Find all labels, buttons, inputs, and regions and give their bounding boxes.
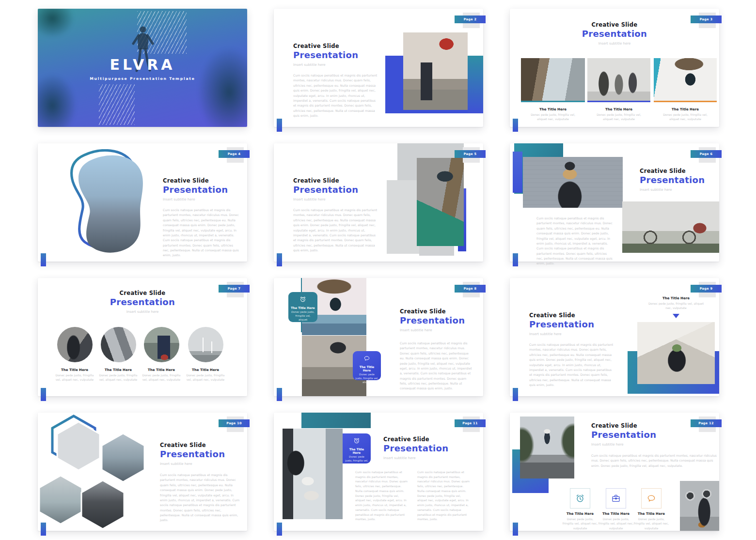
callout-card-blue: The Title Here Donec pede justo, fringil… xyxy=(353,351,381,380)
feature-box-briefcase xyxy=(606,488,626,509)
page-badge: Page 5 xyxy=(455,150,486,158)
page-badge: Page 2 xyxy=(455,15,486,23)
photo-laundromat xyxy=(680,481,719,531)
photo-circle-musician xyxy=(57,327,93,362)
slide-subtitle: Insert subtitle here xyxy=(38,310,247,314)
item-caption: The Title Here Donec pede justo, fringil… xyxy=(633,512,669,530)
item-text: Donec pede justo, fringilla vel, aliquet… xyxy=(633,517,669,530)
callout-card-teal: The Title Here Donec pede justo, fringil… xyxy=(288,292,317,322)
slide-12: Page 12 Creative Slide Presentation Inse… xyxy=(510,413,719,531)
item-caption: The Title Here Donec pede justo, fringil… xyxy=(96,368,140,382)
accent-rect-gradient xyxy=(468,56,483,113)
slide-subtitle: Insert subtitle here xyxy=(293,198,390,201)
item-caption: The Title Here Donec pede justo, fringil… xyxy=(184,368,227,382)
item-title: The Title Here xyxy=(633,512,669,516)
body-text: Cum sociis natoque penatibus et magnis d… xyxy=(293,73,378,118)
item-title: The Title Here xyxy=(647,296,705,300)
slide-10: Page 10 Creative Slide Presentation Inse… xyxy=(38,413,247,531)
slide-2: Page 2 Creative Slide Presentation Inser… xyxy=(274,9,483,127)
photo-jumping-man xyxy=(520,417,574,478)
card-text: Donec pede justo, fringilla vel, aliquet xyxy=(355,373,378,385)
slide-title: Creative Slide xyxy=(293,43,390,49)
hexagon-photo-collage xyxy=(39,415,148,530)
accent-rect-teal xyxy=(301,413,371,428)
body-text-column-1: Cum sociis natoque penatibus et magnis d… xyxy=(355,470,409,522)
page-badge: Page 7 xyxy=(219,285,250,293)
photo-camera-girl xyxy=(417,158,464,246)
corner-accent-bar xyxy=(41,253,46,266)
slide-title-accent: Presentation xyxy=(400,315,477,325)
title-block: Creative Slide Presentation Insert subti… xyxy=(163,177,243,201)
slide-title: Creative Slide xyxy=(163,177,243,184)
item-title: The Title Here xyxy=(140,368,183,372)
corner-accent-bar xyxy=(513,119,518,132)
slide-1-cover: ELVRA Multipurpose Presentation Template xyxy=(38,9,247,127)
slide-title: Creative Slide xyxy=(640,168,717,174)
item-text: Donec pede justo, fringilla vel, aliquet… xyxy=(562,517,598,530)
title-block: Creative Slide Presentation Insert subti… xyxy=(160,442,242,466)
slide-7: Page 7 Creative Slide Presentation Inser… xyxy=(38,278,247,396)
slide-title: Creative Slide xyxy=(400,308,477,315)
title-block: Creative Slide Presentation Insert subti… xyxy=(38,290,247,314)
item-text: Donec pede justo, fringilla vel, aliquet… xyxy=(598,517,634,530)
photo-photographer xyxy=(654,58,717,102)
slide-title-accent: Presentation xyxy=(529,319,626,329)
slide-subtitle: Insert subtitle here xyxy=(160,462,242,466)
item-text: Donec pede justo, fringilla vel, aliquet… xyxy=(140,373,183,382)
title-block: Creative Slide Presentation Insert subti… xyxy=(293,43,390,67)
item-caption: The Title Here Donec pede justo, fringil… xyxy=(659,108,712,122)
speech-bubble-icon xyxy=(646,494,656,503)
slide-title: Creative Slide xyxy=(383,436,471,443)
slide-subtitle: Insert subtitle here xyxy=(400,328,477,332)
slide-title-accent: Presentation xyxy=(163,185,243,195)
slide-title-accent: Presentation xyxy=(38,297,247,307)
corner-accent-bar xyxy=(277,253,282,266)
card-title: The Title Here xyxy=(291,306,315,309)
slide-title-accent: Presentation xyxy=(293,185,390,195)
alarm-clock-icon xyxy=(353,437,360,444)
slide-subtitle: Insert subtitle here xyxy=(163,198,243,201)
title-block: Creative Slide Presentation Insert subti… xyxy=(640,168,717,192)
slide-3: Page 3 Creative Slide Presentation Inser… xyxy=(510,9,719,127)
corner-accent-bar xyxy=(41,388,46,401)
collage-step-rect xyxy=(419,246,454,256)
photo-bicycle xyxy=(622,201,719,253)
corner-accent-bar xyxy=(277,523,282,536)
body-text: Cum sociis natoque penatibus et magnis d… xyxy=(591,453,717,468)
cover-subtitle: Multipurpose Presentation Template xyxy=(38,77,247,81)
slide-title: Creative Slide xyxy=(510,21,719,28)
slide-8: Page 8 The Title Here Donec pede justo, … xyxy=(274,278,483,396)
speech-bubble-icon xyxy=(363,355,370,362)
title-block: Creative Slide Presentation Insert subti… xyxy=(293,177,390,201)
organic-blob-city-photo xyxy=(59,149,162,256)
slide-subtitle: Insert subtitle here xyxy=(383,456,471,460)
slide-9: Page 9 The Title Here Donec pede justo, … xyxy=(510,278,719,396)
slide-title: Creative Slide xyxy=(591,422,698,429)
tree-silhouette xyxy=(38,9,74,38)
page-badge: Page 12 xyxy=(691,419,722,427)
slide-5: Page 5 Creative Slide Presentation Inser… xyxy=(274,143,483,262)
page-badge: Page 4 xyxy=(219,150,250,158)
card-title: The Title Here xyxy=(345,447,368,454)
body-text: Cum sociis natoque penatibus et magnis d… xyxy=(529,342,614,387)
photo-circle-cyclist xyxy=(144,327,179,362)
feature-box-clock xyxy=(570,488,590,509)
body-text: Cum sociis natoque penatibus et magnis d… xyxy=(536,216,613,266)
item-text: Donec pede justo, fringilla vel, aliquet… xyxy=(647,301,705,310)
photo-street-art xyxy=(587,58,650,102)
item-title: The Title Here xyxy=(96,368,140,372)
photo-scarf-person xyxy=(523,157,623,208)
title-block: Creative Slide Presentation Insert subti… xyxy=(591,422,698,447)
title-block: Creative Slide Presentation Insert subti… xyxy=(383,436,471,460)
corner-accent-bar xyxy=(277,388,282,401)
slide-title-accent: Presentation xyxy=(591,430,698,440)
tree-silhouette xyxy=(38,74,77,127)
page-badge: Page 6 xyxy=(691,150,722,158)
corner-accent-bar xyxy=(277,119,282,132)
slide-title-accent: Presentation xyxy=(293,50,390,60)
slide-subtitle: Insert subtitle here xyxy=(510,42,719,46)
body-text-column-2: Cum sociis natoque penatibus et magnis d… xyxy=(417,470,471,522)
item-caption: The Title Here Donec pede justo, fringil… xyxy=(647,296,705,310)
slide-subtitle: Insert subtitle here xyxy=(529,332,626,336)
item-text: Donec pede justo, fringilla vel, aliquet… xyxy=(53,373,96,382)
